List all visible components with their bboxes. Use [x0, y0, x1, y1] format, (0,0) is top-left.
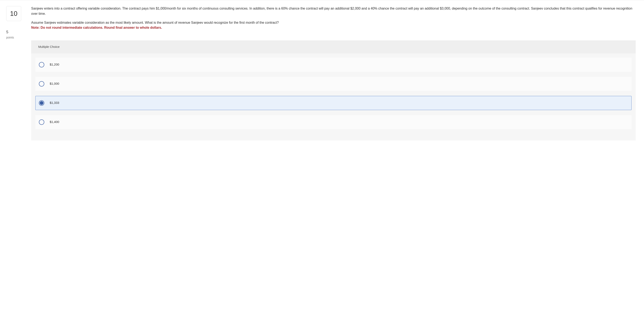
- question-number: 10: [10, 9, 18, 19]
- question-lead: Assume Sanjeev estimates variable consid…: [31, 21, 279, 24]
- question-paragraph-2: Assume Sanjeev estimates variable consid…: [31, 20, 636, 31]
- option-3[interactable]: $1,333: [35, 96, 632, 110]
- points-block: 5 points: [6, 29, 14, 40]
- answer-block: Multiple Choice $1,200 $1,000 $1,333 $1,…: [31, 40, 636, 140]
- radio-icon: [39, 100, 44, 106]
- radio-icon: [39, 62, 44, 67]
- left-column: 10 5 points: [6, 6, 23, 140]
- question-number-box: 10: [6, 6, 21, 21]
- answer-type-label: Multiple Choice: [31, 40, 636, 54]
- radio-icon: [39, 81, 44, 87]
- points-label: points: [6, 35, 14, 40]
- option-label: $1,400: [50, 120, 59, 124]
- option-label: $1,200: [50, 62, 59, 67]
- question-note: Note: Do not round intermediate calculat…: [31, 26, 162, 29]
- question-paragraph-1: Sanjeev enters into a contract offering …: [31, 6, 636, 17]
- question-page: 10 5 points Sanjeev enters into a contra…: [0, 0, 644, 149]
- main-column: Sanjeev enters into a contract offering …: [31, 6, 636, 140]
- option-label: $1,333: [50, 101, 59, 105]
- option-4[interactable]: $1,400: [35, 115, 632, 129]
- options-list: $1,200 $1,000 $1,333 $1,400: [31, 54, 636, 129]
- option-2[interactable]: $1,000: [35, 77, 632, 91]
- radio-icon: [39, 119, 44, 125]
- option-1[interactable]: $1,200: [35, 58, 632, 72]
- points-value: 5: [6, 29, 14, 35]
- option-label: $1,000: [50, 81, 59, 86]
- question-text: Sanjeev enters into a contract offering …: [31, 6, 636, 30]
